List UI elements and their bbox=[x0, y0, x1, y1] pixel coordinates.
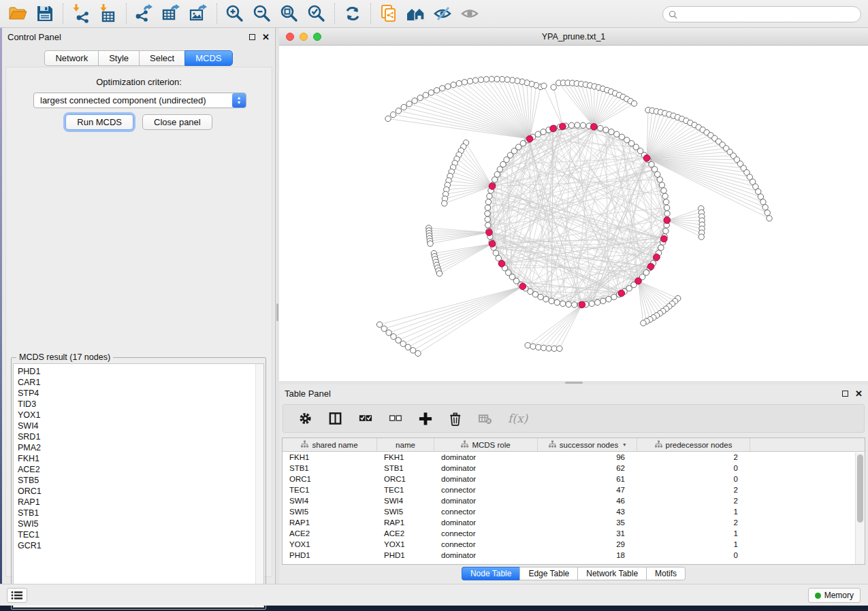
table-cell[interactable]: connector bbox=[434, 484, 538, 495]
table-cell[interactable]: PHD1 bbox=[283, 550, 377, 561]
table-cell[interactable]: TEC1 bbox=[377, 484, 434, 495]
column-header-shared-name[interactable]: shared name bbox=[283, 438, 377, 451]
table-cell[interactable]: ORC1 bbox=[377, 474, 434, 484]
settings-gear-icon[interactable] bbox=[298, 411, 313, 427]
mcds-result-item[interactable]: PHD1 bbox=[14, 366, 263, 377]
tab-edge-table[interactable]: Edge Table bbox=[519, 567, 577, 580]
tab-node-table[interactable]: Node Table bbox=[462, 567, 520, 580]
apply-preferred-layout-icon[interactable] bbox=[339, 2, 366, 25]
table-cell[interactable]: 2 bbox=[637, 484, 750, 495]
table-cell[interactable]: dominator bbox=[434, 550, 538, 561]
show-graphics-details-icon[interactable] bbox=[457, 2, 484, 25]
table-cell[interactable]: SWI4 bbox=[377, 495, 434, 506]
table-row[interactable]: TEC1TEC1connector472 bbox=[283, 484, 865, 495]
zoom-in-icon[interactable] bbox=[221, 2, 248, 25]
tab-network-table[interactable]: Network Table bbox=[577, 567, 646, 580]
zoom-out-icon[interactable] bbox=[248, 2, 276, 25]
mcds-result-item[interactable]: SRD1 bbox=[14, 431, 263, 442]
new-network-from-selection-icon[interactable] bbox=[375, 2, 402, 25]
table-cell[interactable]: 1 bbox=[637, 506, 750, 517]
table-cell[interactable]: 96 bbox=[538, 452, 637, 463]
table-cell[interactable]: 2 bbox=[637, 517, 750, 528]
table-cell[interactable]: 2 bbox=[637, 495, 750, 506]
mcds-result-item[interactable]: STB5 bbox=[14, 475, 263, 486]
table-cell[interactable]: 2 bbox=[637, 452, 750, 463]
table-cell[interactable]: ACE2 bbox=[377, 528, 434, 539]
mcds-result-item[interactable]: SWI4 bbox=[14, 420, 263, 431]
mcds-result-item[interactable]: ACE2 bbox=[14, 464, 263, 475]
mcds-result-item[interactable]: TEC1 bbox=[14, 529, 263, 540]
table-cell[interactable]: YOX1 bbox=[377, 539, 434, 550]
open-file-icon[interactable] bbox=[4, 2, 31, 25]
export-table-icon[interactable] bbox=[158, 2, 185, 25]
tab-mcds[interactable]: MCDS bbox=[184, 50, 232, 66]
hide-graphics-details-icon[interactable] bbox=[430, 2, 457, 25]
function-builder-icon[interactable]: f(x) bbox=[508, 412, 528, 425]
table-cell[interactable]: FKH1 bbox=[377, 452, 434, 463]
table-cell[interactable]: 1 bbox=[637, 539, 750, 550]
table-cell[interactable]: 35 bbox=[538, 517, 637, 528]
close-window-icon[interactable] bbox=[286, 33, 294, 41]
task-history-button[interactable] bbox=[7, 588, 27, 603]
table-cell[interactable]: 0 bbox=[637, 463, 750, 474]
close-panel-button[interactable]: Close panel bbox=[142, 114, 212, 130]
export-network-icon[interactable] bbox=[131, 2, 158, 25]
table-row[interactable]: YOX1YOX1connector291 bbox=[283, 539, 865, 550]
table-cell[interactable]: RAP1 bbox=[377, 517, 434, 528]
zoom-fit-icon[interactable] bbox=[276, 2, 303, 25]
table-cell[interactable]: 46 bbox=[538, 495, 637, 506]
table-cell[interactable]: STB1 bbox=[283, 463, 377, 474]
column-header-MCDS-role[interactable]: MCDS role bbox=[434, 438, 538, 451]
tab-network[interactable]: Network bbox=[44, 50, 98, 66]
tab-select[interactable]: Select bbox=[139, 50, 184, 66]
network-canvas[interactable] bbox=[279, 46, 868, 381]
optimization-criterion-select[interactable]: largest connected component (undirected)… bbox=[33, 93, 246, 108]
table-cell[interactable]: FKH1 bbox=[283, 452, 377, 463]
table-cell[interactable]: connector bbox=[434, 528, 538, 539]
table-cell[interactable]: dominator bbox=[434, 495, 538, 506]
table-cell[interactable]: ORC1 bbox=[283, 474, 377, 484]
table-cell[interactable]: 62 bbox=[538, 463, 637, 474]
table-cell[interactable]: 31 bbox=[538, 528, 637, 539]
table-cell[interactable]: 18 bbox=[538, 550, 637, 561]
deselect-all-checkboxes-icon[interactable] bbox=[388, 411, 403, 427]
run-mcds-button[interactable]: Run MCDS bbox=[65, 114, 133, 130]
table-cell[interactable]: dominator bbox=[434, 452, 538, 463]
mcds-result-item[interactable]: CAR1 bbox=[14, 377, 263, 388]
column-header-predecessor-nodes[interactable]: predecessor nodes bbox=[637, 438, 750, 451]
search-input[interactable] bbox=[681, 10, 855, 19]
column-header-name[interactable]: name bbox=[377, 438, 434, 451]
show-columns-icon[interactable] bbox=[328, 411, 343, 427]
table-cell[interactable]: dominator bbox=[434, 517, 538, 528]
table-cell[interactable]: RAP1 bbox=[283, 517, 377, 528]
select-all-checkboxes-icon[interactable] bbox=[358, 411, 373, 427]
close-table-panel-icon[interactable]: ✕ bbox=[855, 391, 863, 397]
mcds-list-scrollbar[interactable] bbox=[255, 364, 263, 607]
table-cell[interactable]: SWI4 bbox=[283, 495, 377, 506]
table-cell[interactable]: SWI5 bbox=[283, 506, 377, 517]
table-cell[interactable]: connector bbox=[434, 506, 538, 517]
table-row[interactable]: STB1STB1dominator620 bbox=[283, 463, 865, 474]
first-neighbors-icon[interactable] bbox=[402, 2, 430, 25]
table-row[interactable]: SWI5SWI5connector431 bbox=[283, 506, 865, 517]
add-column-icon[interactable] bbox=[418, 411, 433, 427]
tab-motifs[interactable]: Motifs bbox=[646, 567, 686, 580]
close-panel-icon[interactable]: ✕ bbox=[262, 34, 270, 40]
column-header-successor-nodes[interactable]: successor nodes▾ bbox=[538, 438, 637, 451]
save-session-icon[interactable] bbox=[31, 2, 59, 25]
table-row[interactable]: ACE2ACE2connector311 bbox=[283, 528, 865, 539]
mcds-result-item[interactable]: TID3 bbox=[14, 399, 263, 410]
table-cell[interactable]: 61 bbox=[538, 474, 637, 484]
table-cell[interactable]: dominator bbox=[434, 474, 538, 484]
mcds-result-item[interactable]: FKH1 bbox=[14, 453, 263, 464]
table-cell[interactable]: SWI5 bbox=[377, 506, 434, 517]
mcds-result-item[interactable]: SWI5 bbox=[14, 518, 263, 529]
export-image-icon[interactable] bbox=[185, 2, 212, 25]
table-row[interactable]: PHD1PHD1dominator180 bbox=[283, 550, 865, 561]
delete-column-icon[interactable] bbox=[448, 411, 463, 427]
table-cell[interactable]: PHD1 bbox=[377, 550, 434, 561]
table-cell[interactable]: 0 bbox=[637, 474, 750, 484]
import-network-icon[interactable] bbox=[67, 2, 95, 25]
float-table-panel-icon[interactable] bbox=[842, 391, 848, 397]
table-cell[interactable]: 43 bbox=[538, 506, 637, 517]
